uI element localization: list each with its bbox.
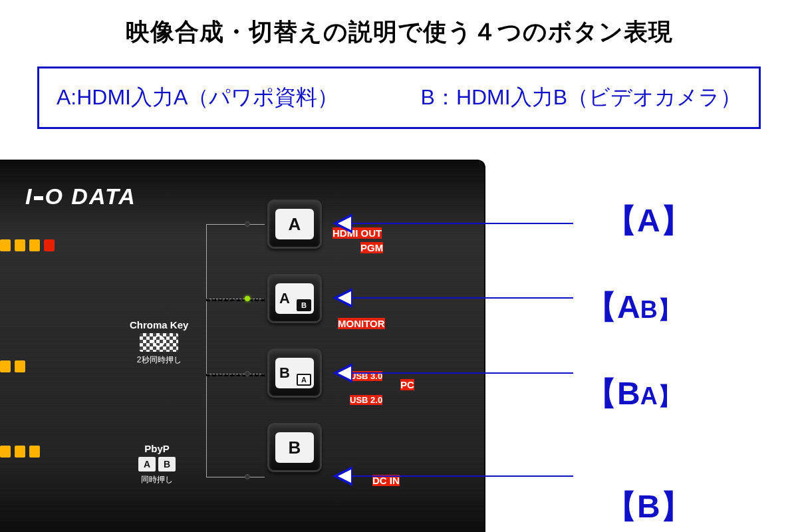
pbyp-a: A — [138, 457, 156, 471]
pointer-label-b: 【B】 — [605, 485, 692, 528]
pbyp-b: B — [158, 457, 176, 471]
wire-to-a — [206, 224, 265, 225]
pointer-label-a: 【A】 — [605, 200, 692, 242]
wire-to-ab — [206, 299, 265, 301]
chroma-icon — [140, 333, 178, 352]
pbyp-legend: PbyP A B 同時押し — [138, 443, 176, 485]
hw-button-ab[interactable]: A B — [267, 274, 322, 323]
led-ab — [245, 296, 250, 301]
pointer-label-ab: 【AB】 — [585, 286, 692, 329]
pointer-label-ba: 【BA】 — [585, 372, 692, 415]
level-meter-1 — [0, 239, 55, 251]
level-meter-2 — [0, 360, 25, 372]
brand-logo: IO DATA — [25, 184, 136, 209]
pointer-label-column: 【A】 【AB】 【BA】 【B】 — [585, 200, 692, 528]
label-usb20: USB 2.0 — [350, 395, 382, 405]
wire-vertical — [206, 224, 207, 477]
label-pgm: PGM — [360, 242, 383, 253]
keycap-ba: B A — [275, 358, 314, 388]
pbyp-title: PbyP — [138, 443, 176, 454]
pbyp-sub: 同時押し — [138, 474, 176, 485]
chroma-sub: 2秒同時押し — [130, 354, 188, 366]
legend-box: A:HDMI入力A（パワポ資料） B：HDMI入力B（ビデオカメラ） — [37, 66, 761, 129]
label-pc: PC — [400, 379, 414, 390]
pip-sub-a: A — [297, 374, 311, 386]
led-ba — [245, 371, 250, 376]
led-b — [245, 474, 250, 479]
page-title: 映像合成・切替えの説明で使う４つのボタン表現 — [0, 16, 798, 49]
hw-button-a[interactable]: A — [267, 200, 322, 249]
label-monitor: MONITOR — [338, 318, 385, 329]
legend-b: B：HDMI入力B（ビデオカメラ） — [421, 83, 741, 112]
keycap-b: B — [275, 432, 314, 463]
pip-sub-b: B — [297, 299, 311, 311]
keycap-a: A — [275, 209, 314, 239]
wire-to-ba — [206, 374, 265, 376]
keycap-ab: A B — [275, 283, 314, 314]
hw-button-ba[interactable]: B A — [267, 348, 322, 398]
wire-to-b — [206, 477, 265, 477]
led-a — [245, 221, 250, 227]
chroma-title: Chroma Key — [130, 319, 188, 331]
hw-button-b[interactable]: B — [267, 423, 322, 472]
legend-a: A:HDMI入力A（パワポ資料） — [57, 83, 338, 112]
level-meter-3 — [0, 446, 40, 458]
chroma-key-legend: Chroma Key 2秒同時押し — [130, 319, 188, 366]
